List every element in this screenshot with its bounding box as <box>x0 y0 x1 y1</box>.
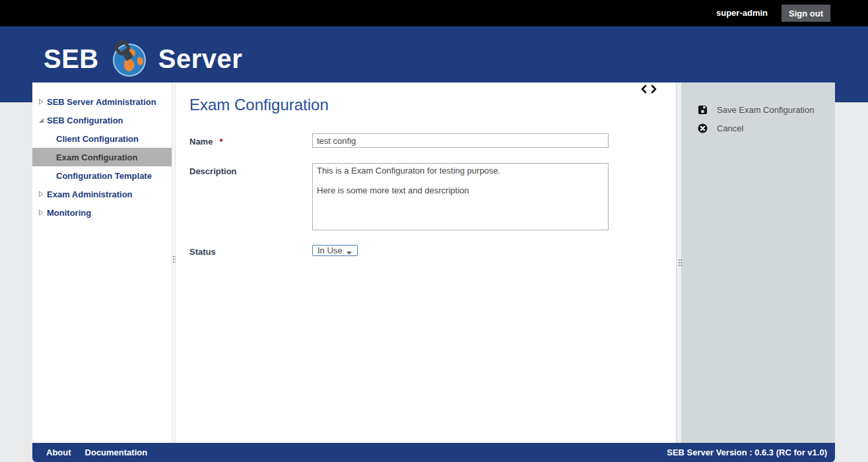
sidebar-item-label: Configuration Template <box>56 171 152 181</box>
seb-server-logo: SEB Server <box>44 38 242 79</box>
footer-link-about[interactable]: About <box>46 447 71 457</box>
sidebar-item-exam-configuration[interactable]: Exam Configuration <box>32 148 172 166</box>
logged-in-username: super-admin <box>716 8 768 18</box>
expander-collapsed-icon[interactable] <box>38 209 44 216</box>
description-textarea[interactable]: This is a Exam Configuraton for testing … <box>312 163 609 230</box>
action-label: Cancel <box>717 123 743 133</box>
required-marker: * <box>219 137 222 147</box>
sidebar-item-monitoring[interactable]: Monitoring <box>32 203 172 222</box>
page-title: Exam Configuration <box>189 96 329 114</box>
action-label: Save Exam Configuration <box>717 105 814 115</box>
sidebar-item-label: Exam Configuration <box>56 152 138 162</box>
top-bar: super-admin Sign out <box>0 0 868 26</box>
footer-link-documentation[interactable]: Documentation <box>85 447 148 457</box>
expander-collapsed-icon[interactable] <box>38 191 44 197</box>
collapse-left-chevron-icon[interactable] <box>640 84 648 94</box>
sidebar-item-seb-server-administration[interactable]: SEB Server Administration <box>32 92 172 111</box>
sidebar-item-label: Client Configuration <box>56 134 139 144</box>
action-pane: Save Exam Configuration Cancel <box>682 82 835 443</box>
expander-collapsed-icon[interactable] <box>38 98 44 105</box>
sidebar-item-label: SEB Configuration <box>47 116 123 125</box>
server-version-text: SEB Server Version : 0.6.3 (RC for v1.0) <box>667 447 835 457</box>
sidebar-navigation: SEB Server Administration SEB Configurat… <box>32 82 172 443</box>
save-exam-configuration-button[interactable]: Save Exam Configuration <box>698 104 814 115</box>
save-icon <box>698 105 708 115</box>
globe-lock-icon <box>110 40 148 78</box>
status-select[interactable]: In Use <box>312 245 358 256</box>
expand-right-chevron-icon[interactable] <box>650 84 657 94</box>
content-card: SEB Server Administration SEB Configurat… <box>32 82 835 443</box>
sidebar-item-seb-configuration[interactable]: SEB Configuration <box>32 111 172 129</box>
status-select-value: In Use <box>317 246 343 255</box>
status-field-label: Status <box>189 247 216 257</box>
sash-drag-handle-icon[interactable] <box>679 259 680 267</box>
sign-out-button[interactable]: Sign out <box>782 5 830 22</box>
sidebar-item-exam-administration[interactable]: Exam Administration <box>32 185 172 203</box>
cancel-button[interactable]: Cancel <box>698 123 743 133</box>
sidebar-item-label: SEB Server Administration <box>47 97 156 107</box>
brand-word-seb: SEB <box>44 44 99 74</box>
expander-expanded-icon[interactable] <box>38 117 44 123</box>
sidebar-item-label: Exam Administration <box>47 189 133 199</box>
sidebar-item-label: Monitoring <box>47 208 91 218</box>
sidebar-item-configuration-template[interactable]: Configuration Template <box>32 166 172 185</box>
description-field-label: Description <box>189 166 237 176</box>
name-field-label: Name <box>189 137 213 147</box>
brand-word-server: Server <box>158 44 243 74</box>
sash-chevron-controls <box>640 84 657 94</box>
main-content: Exam Configuration Name* Description Thi… <box>176 82 676 443</box>
sidebar-item-client-configuration[interactable]: Client Configuration <box>32 129 172 148</box>
sash-drag-handle-icon[interactable] <box>173 256 174 264</box>
action-pane-resize-sash[interactable] <box>676 82 682 443</box>
name-input[interactable] <box>312 133 609 148</box>
footer-bar: About Documentation SEB Server Version :… <box>32 443 835 462</box>
dropdown-arrow-icon <box>347 251 352 255</box>
cancel-icon <box>698 123 708 133</box>
